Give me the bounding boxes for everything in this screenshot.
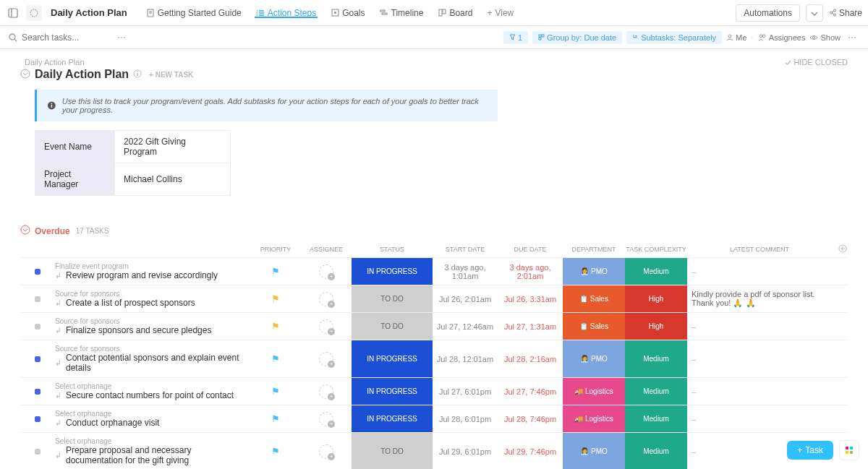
start-date-cell[interactable]: Jul 29, 6:01pm <box>433 433 498 469</box>
comment-cell[interactable]: – <box>687 340 832 377</box>
task-cell[interactable]: Source for sponsors ↳ Contact potential … <box>55 340 250 377</box>
col-due[interactable]: DUE DATE <box>498 246 563 253</box>
toolbar-more-button[interactable]: ⋯ <box>845 30 859 46</box>
hide-closed-button[interactable]: HIDE CLOSED <box>785 58 848 66</box>
col-assignee[interactable]: ASSIGNEE <box>301 246 352 253</box>
status-square[interactable] <box>20 258 55 285</box>
status-square[interactable] <box>20 285 55 312</box>
col-start[interactable]: START DATE <box>433 246 498 253</box>
dept-cell[interactable]: 🚚 Logistics <box>563 405 625 432</box>
table-row[interactable]: Source for sponsors ↳ Finalize sponsors … <box>20 312 848 340</box>
dept-cell[interactable]: 👩‍💼 PMO <box>563 258 625 285</box>
col-dept[interactable]: DEPARTMENT <box>563 246 625 253</box>
tab-goals[interactable]: Goals <box>323 8 372 18</box>
automations-button[interactable]: Automations <box>736 4 800 22</box>
complexity-cell[interactable]: Medium <box>625 258 687 285</box>
assignees-button[interactable]: Assignees <box>758 33 806 42</box>
status-cell[interactable]: IN PROGRESS <box>352 258 433 285</box>
status-square[interactable] <box>20 378 55 405</box>
assignee-cell[interactable] <box>301 340 352 377</box>
tab-timeline[interactable]: Timeline <box>373 8 431 18</box>
due-date-cell[interactable]: Jul 27, 7:46pm <box>498 378 563 405</box>
due-date-cell[interactable]: 3 days ago, 2:01am <box>498 258 563 285</box>
assignee-cell[interactable] <box>301 433 352 469</box>
show-button[interactable]: Show <box>809 33 841 42</box>
filter-pill[interactable]: 1 <box>503 31 528 44</box>
info-icon[interactable] <box>133 69 142 79</box>
priority-cell[interactable]: ⚑ <box>250 433 301 469</box>
complexity-cell[interactable]: Medium <box>625 433 687 469</box>
priority-cell[interactable]: ⚑ <box>250 378 301 405</box>
due-date-cell[interactable]: Jul 29, 7:46pm <box>498 433 563 469</box>
status-square[interactable] <box>20 405 55 432</box>
task-cell[interactable]: Select orphanage ↳ Secure contact number… <box>55 378 250 405</box>
status-cell[interactable]: TO DO <box>352 433 433 469</box>
event-name-value[interactable]: 2022 Gift Giving Program <box>115 131 231 163</box>
task-cell[interactable]: Select orphanage ↳ Conduct orphanage vis… <box>55 405 250 432</box>
table-row[interactable]: Source for sponsors ↳ Create a list of p… <box>20 285 848 312</box>
start-date-cell[interactable]: Jul 27, 12:46am <box>433 313 498 340</box>
assignee-cell[interactable] <box>301 258 352 285</box>
assignee-cell[interactable] <box>301 285 352 312</box>
start-date-cell[interactable]: Jul 27, 6:01pm <box>433 378 498 405</box>
share-button[interactable]: Share <box>829 8 862 18</box>
status-cell[interactable]: TO DO <box>352 313 433 340</box>
assignee-cell[interactable] <box>301 378 352 405</box>
table-row[interactable]: Finalize event program ↳ Review program … <box>20 257 848 285</box>
add-view-button[interactable]: + View <box>480 8 521 18</box>
comment-cell[interactable]: – <box>687 378 832 405</box>
group-collapse-toggle[interactable] <box>20 225 30 237</box>
due-date-cell[interactable]: Jul 26, 3:31am <box>498 285 563 312</box>
priority-cell[interactable]: ⚑ <box>250 340 301 377</box>
complexity-cell[interactable]: Medium <box>625 405 687 432</box>
table-row[interactable]: Select orphanage ↳ Conduct orphanage vis… <box>20 405 848 432</box>
priority-cell[interactable]: ⚑ <box>250 285 301 312</box>
more-options-button[interactable]: ⋯ <box>114 30 129 46</box>
col-comment[interactable]: LATEST COMMENT <box>687 246 832 253</box>
comment-cell[interactable]: – <box>687 405 832 432</box>
status-cell[interactable]: IN PROGRESS <box>352 405 433 432</box>
dept-cell[interactable]: 📋 Sales <box>563 285 625 312</box>
complexity-cell[interactable]: Medium <box>625 378 687 405</box>
start-date-cell[interactable]: Jul 28, 12:01am <box>433 340 498 377</box>
group-by-pill[interactable]: Group by: Due date <box>532 31 622 44</box>
task-cell[interactable]: Source for sponsors ↳ Create a list of p… <box>55 285 250 312</box>
comment-cell[interactable]: – <box>687 258 832 285</box>
dept-cell[interactable]: 🚚 Logistics <box>563 378 625 405</box>
priority-cell[interactable]: ⚑ <box>250 258 301 285</box>
dept-cell[interactable]: 👩‍💼 PMO <box>563 433 625 469</box>
comment-cell[interactable]: Kindly provide a pdf of sponsor list. Th… <box>687 285 832 312</box>
automations-chevron[interactable] <box>806 4 823 22</box>
subtasks-pill[interactable]: Subtasks: Separately <box>626 31 722 44</box>
assignee-cell[interactable] <box>301 313 352 340</box>
col-status[interactable]: STATUS <box>352 246 433 253</box>
apps-fab[interactable] <box>839 440 859 460</box>
comment-cell[interactable]: – <box>687 313 832 340</box>
add-column-button[interactable] <box>832 244 854 254</box>
search-input[interactable] <box>22 33 109 43</box>
col-priority[interactable]: PRIORITY <box>250 246 301 253</box>
status-cell[interactable]: IN PROGRESS <box>352 340 433 377</box>
pm-value[interactable]: Michael Collins <box>115 163 231 196</box>
col-complex[interactable]: TASK COMPLEXITY <box>625 246 687 253</box>
assignee-cell[interactable] <box>301 405 352 432</box>
task-cell[interactable]: Finalize event program ↳ Review program … <box>55 258 250 285</box>
table-row[interactable]: Source for sponsors ↳ Contact potential … <box>20 340 848 377</box>
start-date-cell[interactable]: 3 days ago, 1:01am <box>433 258 498 285</box>
status-square[interactable] <box>20 340 55 377</box>
status-square[interactable] <box>20 313 55 340</box>
priority-cell[interactable]: ⚑ <box>250 405 301 432</box>
group-name[interactable]: Overdue <box>35 226 70 236</box>
due-date-cell[interactable]: Jul 27, 1:31am <box>498 313 563 340</box>
dept-cell[interactable]: 📋 Sales <box>563 313 625 340</box>
priority-cell[interactable]: ⚑ <box>250 313 301 340</box>
new-task-button[interactable]: + NEW TASK <box>149 71 193 79</box>
due-date-cell[interactable]: Jul 28, 7:46pm <box>498 405 563 432</box>
task-cell[interactable]: Source for sponsors ↳ Finalize sponsors … <box>55 313 250 340</box>
tab-getting-started[interactable]: Getting Started Guide <box>139 8 249 18</box>
me-button[interactable]: Me <box>726 33 746 42</box>
complexity-cell[interactable]: High <box>625 285 687 312</box>
status-cell[interactable]: TO DO <box>352 285 433 312</box>
start-date-cell[interactable]: Jul 26, 2:01am <box>433 285 498 312</box>
complexity-cell[interactable]: Medium <box>625 340 687 377</box>
